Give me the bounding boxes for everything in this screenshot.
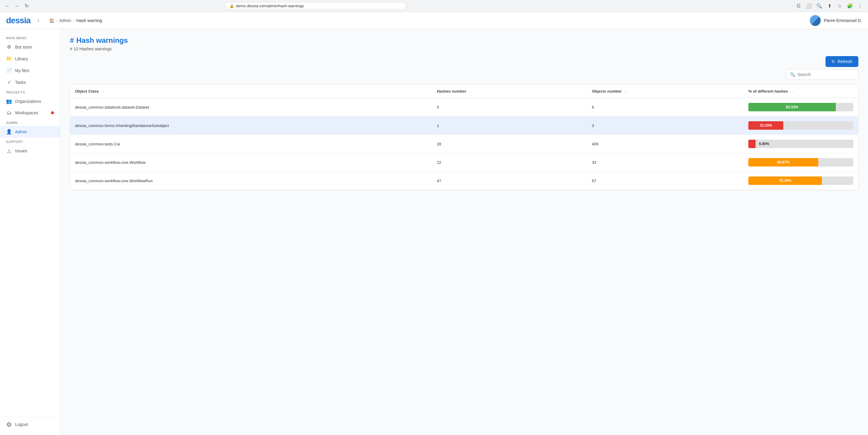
page-subtitle-hash: # [70,47,73,51]
cell-hashes-number: 1 [432,116,587,135]
table-row: dessia_common.workflow.core.WorkflowRun … [70,172,858,190]
sidebar-item-bot-store[interactable]: ⚙ Bot store [0,41,60,53]
page-subtitle-text: 10 Hashes warnings [73,47,112,51]
share-icon[interactable]: ⬆ [825,2,834,10]
refresh-icon: ↻ [832,59,835,64]
sidebar: Main menu ⚙ Bot store 📁 Library 📄 My fil… [0,29,60,435]
page-header: # Hash warnings # 10 Hashes warnings [70,36,858,51]
app-container: dessia ‹ 🏠 › Admin › Hash warning Pierre… [0,12,868,435]
table-row: dessia_common.datatools.dataset.Dataset … [70,98,858,116]
translate-icon[interactable]: ⬜ [805,2,813,10]
breadcrumb-admin[interactable]: Admin [59,18,71,23]
sidebar-issues-label: Issues [15,148,27,153]
sidebar-toggle[interactable]: ‹ [34,16,42,25]
google-icon[interactable]: G [795,2,803,10]
url-text: demo.dessia.ovh/admin/hash-warnings [236,4,304,8]
admin-icon: 👤 [6,129,12,135]
sidebar-workspaces-label: Workspaces [15,110,38,115]
cell-hashes-number: 47 [432,172,587,190]
progress-bar-wrapper: 66.67% [748,158,853,167]
forward-button[interactable]: → [13,2,21,10]
browser-toolbar: G ⬜ 🔍 ⬆ ☆ 🧩 ⋮ [795,2,864,10]
page-title-hash: # [70,36,74,45]
cell-pct: 70.15% [744,172,858,190]
sidebar-item-my-files[interactable]: 📄 My files [0,64,60,76]
user-name: Pierre-Emmanuel D. [824,18,862,23]
progress-bar-wrapper: 70.15% [748,176,853,185]
sidebar-library-label: Library [15,56,28,61]
search-input[interactable] [798,72,855,77]
search-icon: 🔍 [790,72,795,77]
main-layout: Main menu ⚙ Bot store 📁 Library 📄 My fil… [0,29,868,435]
sidebar-item-library[interactable]: 📁 Library [0,53,60,64]
back-button[interactable]: ← [4,2,11,10]
my-files-icon: 📄 [6,67,12,73]
avatar [810,15,821,26]
issues-icon: △ [6,148,12,153]
cell-object-class: dessia_common.forms.InheritingStandalone… [70,116,432,135]
browser-chrome: ← → ↻ 🔒 demo.dessia.ovh/admin/hash-warni… [0,0,868,12]
page-title: # Hash warnings [70,36,858,45]
organizations-icon: 👥 [6,98,12,104]
sort-pct-icon: ↑↓ [790,90,793,93]
logo: dessia [6,16,30,25]
progress-bar-wrapper: 83.33% [748,103,853,111]
col-objects-number[interactable]: Objects number ↑↓ [587,85,744,98]
search-row: 🔍 [70,69,858,80]
sidebar-item-tasks[interactable]: ✓ Tasks [0,76,60,88]
reload-button[interactable]: ↻ [23,2,30,10]
tasks-icon: ✓ [6,79,12,85]
workspaces-icon: 🗂 [6,110,12,116]
progress-label: 83.33% [786,105,798,109]
sidebar-item-organizations[interactable]: 👥 Organizations [0,95,60,107]
cell-object-class: dessia_common.datatools.dataset.Dataset [70,98,432,116]
progress-bar-fill: 33.33% [748,121,783,130]
cell-objects-number: 406 [587,135,744,153]
sidebar-logout-label: Logout [15,422,28,427]
table-container: Object Class ↑↓ Hashes number ↑↓ Objects… [70,84,858,190]
breadcrumb-home[interactable]: 🏠 [49,18,54,23]
progress-label: 66.67% [777,160,789,165]
page-title-text: Hash warnings [76,36,128,45]
cell-objects-number: 3 [587,116,744,135]
cell-objects-number: 6 [587,98,744,116]
progress-label-outside: 6.90% [756,142,772,146]
user-area: Pierre-Emmanuel D. [810,15,862,26]
cell-objects-number: 67 [587,172,744,190]
page-subtitle: # 10 Hashes warnings [70,47,858,51]
sidebar-tasks-label: Tasks [15,80,26,85]
col-object-class[interactable]: Object Class ↑↓ [70,85,432,98]
extensions-icon[interactable]: 🧩 [846,2,854,10]
breadcrumb: 🏠 › Admin › Hash warning [49,18,102,23]
sidebar-item-workspaces[interactable]: 🗂 Workspaces [0,107,60,119]
sort-objects-icon: ↑↓ [624,90,627,93]
workspaces-badge [51,111,54,114]
col-pct-different[interactable]: % of different hashes ↑↓ [744,85,858,98]
menu-icon[interactable]: ⋮ [856,2,864,10]
data-table: Object Class ↑↓ Hashes number ↑↓ Objects… [70,85,858,190]
support-label: Support [0,138,60,145]
sidebar-item-issues[interactable]: △ Issues [0,145,60,156]
sidebar-item-logout[interactable]: ⏻ Logout [0,419,60,430]
cell-hashes-number: 5 [432,98,587,116]
table-header: Object Class ↑↓ Hashes number ↑↓ Objects… [70,85,858,98]
lock-icon: 🔒 [229,4,234,8]
address-bar[interactable]: 🔒 demo.dessia.ovh/admin/hash-warnings [225,2,406,10]
progress-bar-fill [748,140,755,148]
sort-hashes-icon: ↑↓ [469,90,472,93]
table-row: dessia_common.tests.Car 28 406 6.90% [70,135,858,153]
cell-pct: 83.33% [744,98,858,116]
sidebar-bot-store-label: Bot store [15,45,32,50]
search-browser-icon[interactable]: 🔍 [815,2,824,10]
search-box: 🔍 [786,69,858,80]
table-body: dessia_common.datatools.dataset.Dataset … [70,98,858,190]
sidebar-organizations-label: Organizations [15,99,41,104]
sidebar-item-admin[interactable]: 👤 Admin [0,126,60,138]
bookmark-icon[interactable]: ☆ [835,2,844,10]
cell-pct: 66.67% [744,153,858,172]
breadcrumb-sep-1: › [56,18,58,23]
col-hashes-number[interactable]: Hashes number ↑↓ [432,85,587,98]
cell-object-class: dessia_common.workflow.core.WorkflowRun [70,172,432,190]
refresh-button[interactable]: ↻ Refresh [826,56,858,67]
breadcrumb-sep-2: › [73,18,75,23]
